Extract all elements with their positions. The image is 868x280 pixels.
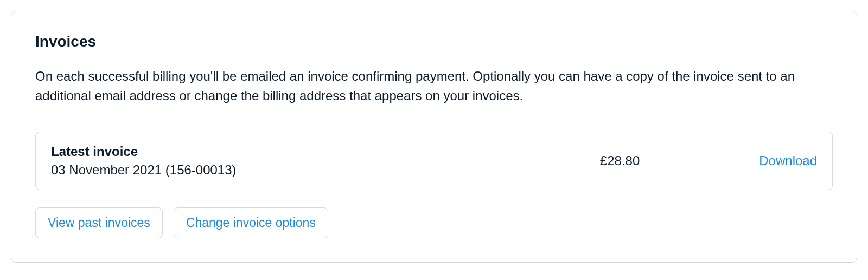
download-link[interactable]: Download bbox=[759, 153, 817, 168]
invoice-info: Latest invoice 03 November 2021 (156-000… bbox=[51, 144, 600, 178]
invoice-amount: £28.80 bbox=[600, 153, 640, 168]
invoice-heading: Latest invoice bbox=[51, 144, 600, 159]
invoice-date-id: 03 November 2021 (156-00013) bbox=[51, 162, 600, 178]
latest-invoice-card: Latest invoice 03 November 2021 (156-000… bbox=[35, 132, 833, 190]
panel-description: On each successful billing you'll be ema… bbox=[35, 67, 833, 106]
change-invoice-options-button[interactable]: Change invoice options bbox=[174, 207, 328, 238]
view-past-invoices-button[interactable]: View past invoices bbox=[35, 207, 163, 238]
invoice-actions: View past invoices Change invoice option… bbox=[35, 207, 833, 238]
panel-title: Invoices bbox=[35, 33, 833, 50]
invoices-panel: Invoices On each successful billing you'… bbox=[11, 11, 857, 263]
